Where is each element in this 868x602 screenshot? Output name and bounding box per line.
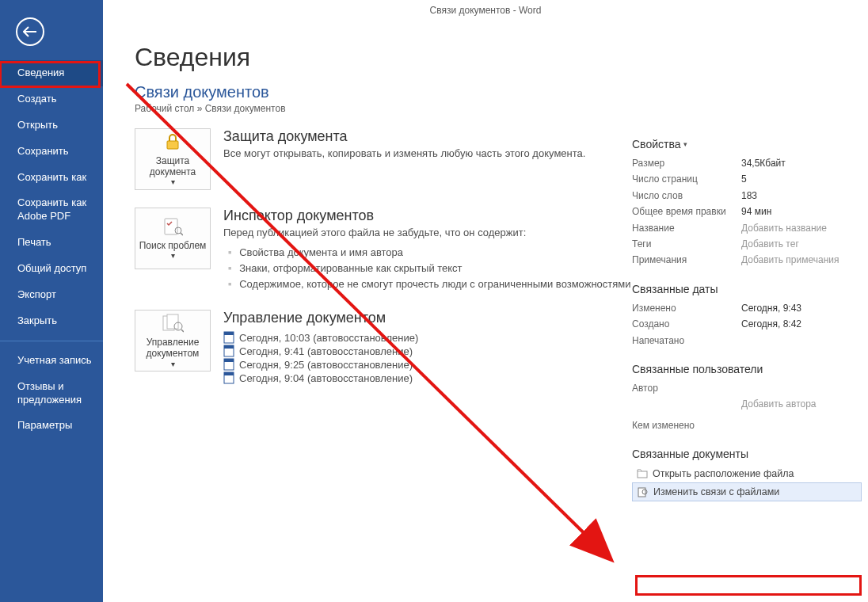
nav-options[interactable]: Параметры — [0, 413, 103, 439]
svg-line-18 — [127, 84, 610, 558]
annotation-arrow — [103, 0, 868, 602]
back-button[interactable] — [16, 17, 44, 46]
nav-new[interactable]: Создать — [0, 86, 103, 112]
nav-export[interactable]: Экспорт — [0, 282, 103, 308]
nav-save-as[interactable]: Сохранить как — [0, 165, 103, 191]
arrow-left-icon — [23, 26, 37, 37]
nav-open[interactable]: Открыть — [0, 112, 103, 139]
nav-divider — [0, 341, 103, 341]
annotation-highlight-box — [0, 61, 101, 88]
nav-account[interactable]: Учетная запись — [0, 348, 103, 374]
nav-save[interactable]: Сохранить — [0, 139, 103, 165]
nav-print[interactable]: Печать — [0, 230, 103, 256]
nav-close[interactable]: Закрыть — [0, 308, 103, 334]
nav-feedback[interactable]: Отзывы и предложения — [0, 374, 103, 413]
backstage-sidebar: Сведения Создать Открыть Сохранить Сохра… — [0, 0, 103, 602]
nav-save-as-pdf[interactable]: Сохранить как Adobe PDF — [0, 190, 103, 230]
nav-share[interactable]: Общий доступ — [0, 256, 103, 282]
